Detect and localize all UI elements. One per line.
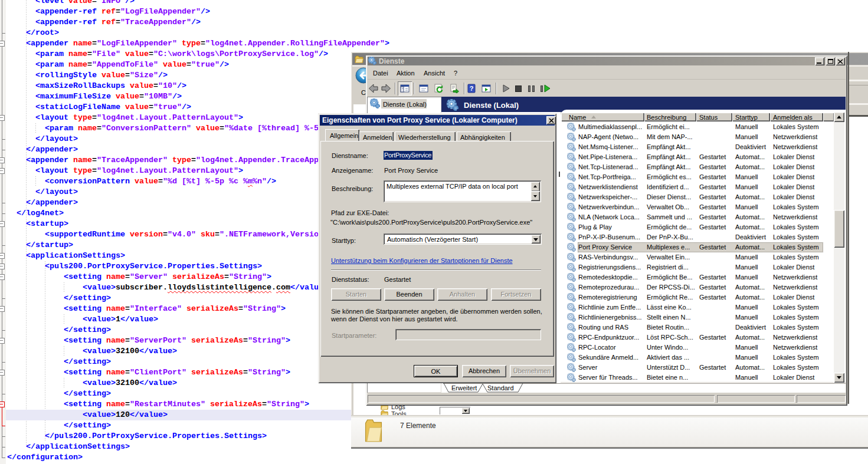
- svg-text:?: ?: [470, 85, 474, 92]
